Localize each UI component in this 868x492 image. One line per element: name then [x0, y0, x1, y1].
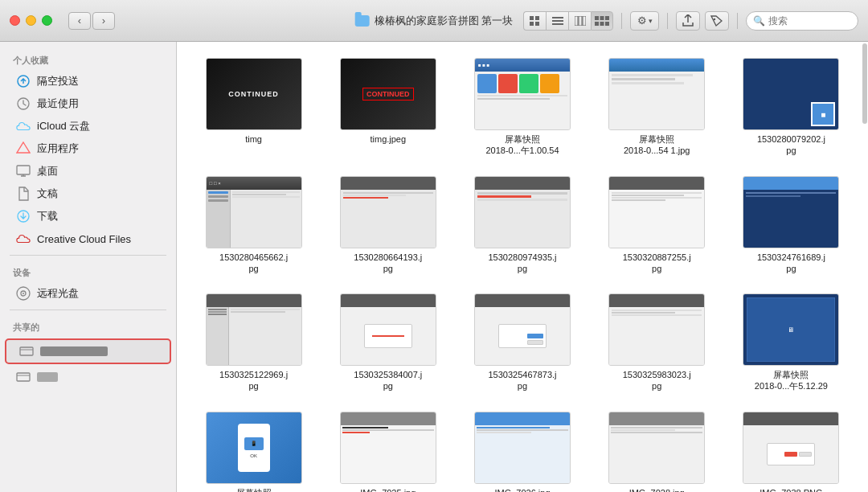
file-name: IMG_7028.jpg	[629, 487, 685, 492]
svg-rect-14	[600, 22, 604, 26]
scrollbar-thumb[interactable]	[862, 43, 867, 124]
view-group	[523, 11, 613, 31]
list-view-button[interactable]	[546, 11, 568, 31]
list-item[interactable]: 屏幕快照2018-0...54 1.jpg	[593, 55, 721, 160]
icloud-icon	[16, 119, 31, 133]
file-thumbnail	[743, 176, 839, 248]
search-input[interactable]	[768, 15, 851, 27]
list-item[interactable]: CONTINUED timg.jpeg	[324, 55, 452, 160]
list-item[interactable]: CONTINUED timg	[190, 55, 317, 160]
file-thumbnail: ■ ■ ■	[474, 58, 571, 130]
separator-2	[667, 13, 668, 29]
sidebar-item-airdrop[interactable]: 隔空投送	[3, 70, 173, 92]
search-box[interactable]: 🔍	[746, 11, 858, 31]
svg-rect-2	[530, 22, 534, 26]
file-thumbnail: 📱 OK	[206, 412, 302, 484]
close-button[interactable]	[10, 15, 20, 26]
file-thumbnail	[608, 58, 705, 130]
list-item[interactable]: 1530325467873.jpg	[458, 290, 586, 396]
list-item[interactable]: 1530325384007.jpg	[324, 290, 452, 396]
sidebar: 个人收藏 隔空投送 最近使用 iCloud 云盘 应用程序	[0, 42, 177, 492]
sidebar-item-shared-1[interactable]: ████ ██ ████	[5, 338, 171, 364]
list-item[interactable]: 📱 OK 屏幕快照	[190, 408, 317, 492]
minimize-button[interactable]	[26, 15, 36, 26]
sidebar-item-downloads[interactable]: 下载	[3, 205, 173, 228]
shared-disk-icon	[19, 344, 34, 359]
list-item[interactable]: IMG_7038.PNG	[727, 408, 855, 492]
creative-cloud-icon	[16, 232, 31, 246]
svg-rect-20	[17, 166, 30, 174]
title-bar: ‹ › 橡椿枫的家庭影音拼图 第一块 ⚙▾	[0, 0, 868, 42]
sidebar-item-docs[interactable]: 文稿	[3, 182, 173, 205]
sidebar-item-recent[interactable]: 最近使用	[3, 92, 173, 115]
file-name: 1530280465662.jpg	[219, 252, 288, 275]
gear-button[interactable]: ⚙▾	[630, 11, 659, 31]
svg-rect-3	[535, 22, 539, 26]
scrollbar-track[interactable]	[862, 42, 868, 492]
file-thumbnail	[474, 412, 571, 484]
list-item[interactable]: 1530325983023.jpg	[593, 290, 721, 396]
list-item[interactable]: 1530324761689.jpg	[727, 173, 855, 278]
svg-point-16	[714, 18, 715, 19]
separator-3	[737, 13, 738, 29]
list-item[interactable]: IMG_7025.jpg	[324, 408, 452, 492]
remote-disk-icon	[16, 286, 31, 301]
file-thumbnail: □ □ ×	[206, 176, 302, 248]
airdrop-icon	[16, 74, 31, 88]
icon-view-button[interactable]	[523, 11, 546, 31]
svg-rect-10	[595, 16, 599, 20]
shared-disk-2-icon	[16, 370, 31, 384]
gallery-view-button[interactable]	[591, 11, 613, 31]
sidebar-item-desktop[interactable]: 桌面	[3, 160, 173, 182]
file-thumbnail	[608, 176, 705, 248]
list-item[interactable]: IMG_7028.jpg	[593, 408, 721, 492]
file-name: 屏幕快照	[236, 487, 272, 492]
file-thumbnail	[340, 412, 436, 484]
list-item[interactable]: ■ ■ ■	[458, 55, 586, 160]
divider-2	[10, 310, 166, 310]
window-title: 橡椿枫的家庭影音拼图 第一块	[375, 14, 514, 28]
file-thumbnail	[206, 293, 302, 366]
sidebar-item-creative[interactable]: Creative Cloud Files	[3, 228, 173, 250]
sidebar-item-apps[interactable]: 应用程序	[3, 137, 173, 160]
sidebar-item-shared-2[interactable]: █ ██	[3, 366, 173, 388]
column-view-button[interactable]	[568, 11, 591, 31]
list-item[interactable]: 1530325122969.jpg	[190, 290, 317, 396]
svg-rect-11	[600, 16, 604, 20]
list-item[interactable]: 🖥 屏幕快照2018-0...午5.12.29	[727, 290, 855, 396]
svg-rect-12	[605, 16, 609, 20]
sidebar-item-remote-disk[interactable]: 远程光盘	[3, 282, 173, 305]
file-thumbnail: 🖥	[743, 293, 839, 366]
svg-rect-8	[579, 16, 582, 26]
svg-rect-25	[20, 347, 33, 355]
desktop-label: 桌面	[37, 164, 58, 178]
file-thumbnail	[743, 412, 839, 484]
creative-cloud-label: Creative Cloud Files	[37, 233, 131, 245]
apps-label: 应用程序	[37, 141, 79, 156]
tag-button[interactable]	[705, 11, 729, 31]
file-thumbnail: CONTINUED	[206, 58, 302, 130]
forward-button[interactable]: ›	[92, 12, 115, 30]
file-name: 1530325467873.jpg	[488, 369, 556, 392]
list-item[interactable]: ■ 1530280079202.jpg	[727, 55, 855, 160]
back-button[interactable]: ‹	[68, 12, 91, 30]
downloads-icon	[16, 209, 31, 223]
toolbar-right: ⚙▾ 🔍	[523, 11, 858, 31]
sidebar-item-icloud[interactable]: iCloud 云盘	[3, 115, 173, 137]
list-item[interactable]: IMG_7026.jpg	[458, 408, 586, 492]
list-item[interactable]: 1530280974935.jpg	[458, 173, 586, 278]
list-item[interactable]: 1530280664193.jpg	[324, 173, 452, 278]
traffic-lights	[10, 15, 52, 26]
list-item[interactable]: □ □ ×	[190, 173, 317, 278]
list-item[interactable]: 1530320887255.jpg	[593, 173, 721, 278]
svg-rect-13	[595, 22, 599, 26]
file-area-wrapper: CONTINUED timg CONTINUED timg.jpeg	[177, 42, 868, 492]
shared-section-title: 共享的	[0, 315, 176, 337]
share-button[interactable]	[676, 11, 700, 31]
divider-1	[10, 255, 166, 256]
file-name: timg.jpeg	[370, 133, 406, 145]
file-name: 1530280974935.jpg	[488, 252, 556, 275]
main-content: 个人收藏 隔空投送 最近使用 iCloud 云盘 应用程序	[0, 42, 868, 492]
file-name: 1530280664193.jpg	[354, 252, 422, 275]
maximize-button[interactable]	[42, 15, 52, 26]
